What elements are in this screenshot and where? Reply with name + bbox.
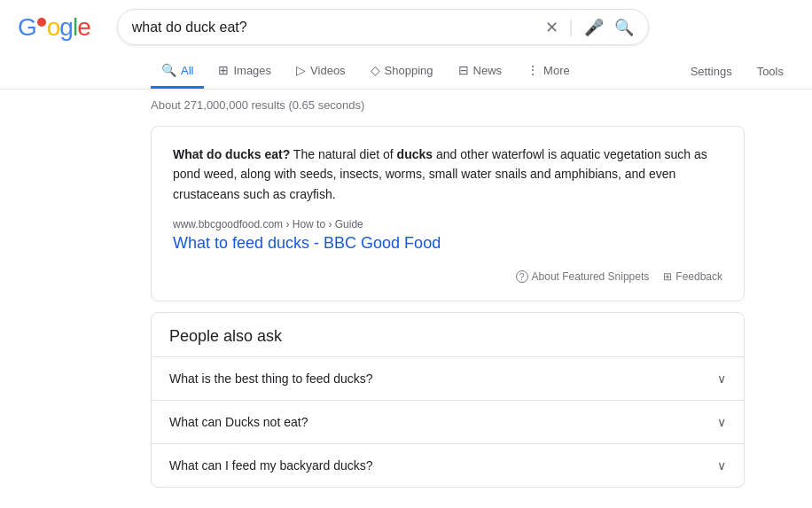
microphone-icon[interactable]: 🎤 [584, 18, 604, 37]
featured-snippet: What do ducks eat? The natural diet of d… [151, 126, 745, 301]
google-logo[interactable]: G o g l e [18, 13, 90, 42]
snippet-bold-2: ducks [397, 147, 433, 161]
tab-shopping[interactable]: ◇ Shopping [360, 54, 444, 89]
logo-letter-g2: g [59, 13, 73, 42]
chevron-down-icon-0: ∨ [717, 371, 726, 386]
news-icon: ⊟ [458, 63, 469, 77]
search-icon[interactable]: 🔍 [614, 18, 634, 37]
search-input[interactable] [132, 20, 536, 35]
logo-letter-e: e [77, 13, 90, 42]
snippet-text: What do ducks eat? The natural diet of d… [173, 145, 722, 204]
question-circle-icon: ? [516, 270, 528, 283]
paa-item-2[interactable]: What can I feed my backyard ducks? ∨ [152, 443, 744, 487]
header: G o g l e ✕ | 🎤 🔍 [0, 0, 812, 45]
snippet-footer: ? About Featured Snippets ⊞ Feedback [173, 263, 722, 283]
snippet-bold-1: What do ducks eat? [173, 147, 290, 161]
feedback-icon: ⊞ [663, 270, 672, 283]
snippet-plain-1: The natural diet of [290, 147, 396, 161]
tab-images[interactable]: ⊞ Images [207, 54, 282, 89]
about-snippets[interactable]: ? About Featured Snippets [516, 270, 650, 283]
shopping-icon: ◇ [371, 63, 380, 77]
chevron-down-icon-2: ∨ [717, 458, 726, 473]
logo-letter-g: G [18, 13, 36, 42]
all-icon: 🔍 [161, 63, 176, 77]
search-icons: ✕ | 🎤 🔍 [545, 17, 634, 37]
logo-letter-o2: o [47, 13, 60, 42]
nav-tabs: 🔍 All ⊞ Images ▷ Videos ◇ Shopping ⊟ New… [0, 51, 812, 90]
tab-news[interactable]: ⊟ News [448, 54, 513, 89]
snippet-link[interactable]: What to feed ducks - BBC Good Food [173, 234, 441, 252]
images-icon: ⊞ [218, 63, 229, 77]
tab-all[interactable]: 🔍 All [151, 54, 204, 89]
tools-link[interactable]: Tools [746, 56, 794, 87]
tab-more[interactable]: ⋮ More [516, 54, 581, 89]
divider: | [569, 17, 574, 37]
people-also-ask-box: People also ask What is the best thing t… [151, 312, 745, 488]
results-count: About 271,000,000 results (0.65 seconds) [151, 98, 745, 112]
main-content: About 271,000,000 results (0.65 seconds)… [0, 90, 762, 505]
search-bar[interactable]: ✕ | 🎤 🔍 [117, 9, 649, 45]
paa-title: People also ask [152, 313, 744, 356]
logo-dot [37, 18, 46, 27]
more-icon: ⋮ [527, 63, 539, 77]
settings-link[interactable]: Settings [680, 56, 743, 87]
feedback-button[interactable]: ⊞ Feedback [663, 270, 722, 283]
snippet-source: www.bbcgoodfood.com › How to › Guide [173, 218, 722, 231]
videos-icon: ▷ [296, 63, 306, 77]
chevron-down-icon-1: ∨ [717, 415, 726, 429]
paa-item-1[interactable]: What can Ducks not eat? ∨ [152, 400, 744, 443]
paa-item-0[interactable]: What is the best thing to feed ducks? ∨ [152, 356, 744, 400]
clear-icon[interactable]: ✕ [545, 18, 558, 37]
tab-videos[interactable]: ▷ Videos [285, 54, 356, 89]
